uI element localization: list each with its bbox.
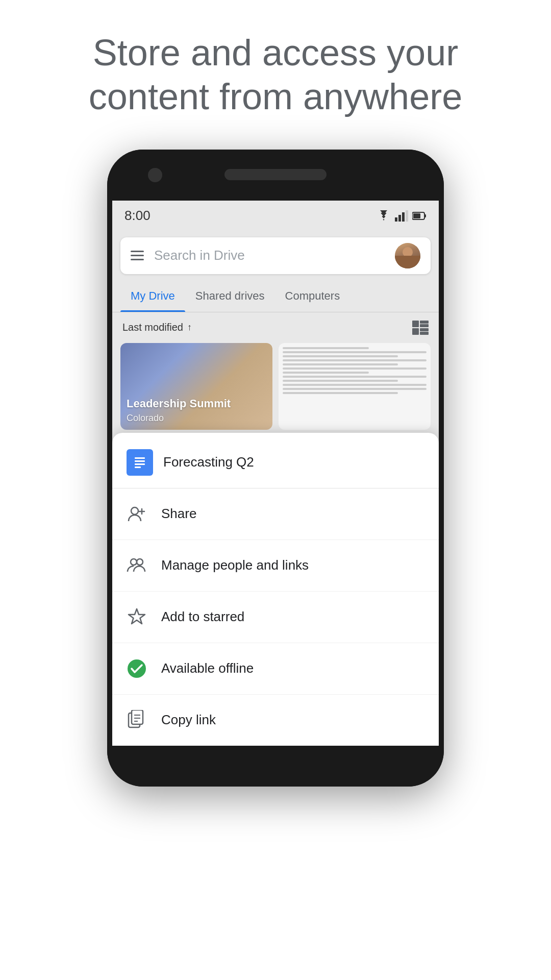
available-offline-label: Available offline: [161, 660, 254, 676]
svg-rect-17: [135, 467, 141, 468]
svg-rect-14: [135, 457, 145, 459]
doc-line: [283, 372, 369, 374]
svg-rect-6: [413, 213, 420, 218]
signal-icon: [395, 210, 408, 222]
share-label: Share: [161, 506, 196, 522]
doc-line: [283, 359, 427, 361]
doc-line: [283, 388, 427, 390]
doc-line: [283, 363, 398, 365]
sheet-item-add-starred[interactable]: Add to starred: [112, 592, 439, 643]
doc-line: [283, 384, 427, 386]
svg-rect-0: [395, 217, 397, 222]
status-time: 8:00: [124, 208, 151, 224]
battery-icon: [412, 211, 427, 220]
hamburger-icon[interactable]: [131, 251, 144, 260]
copy-link-icon: [127, 710, 147, 730]
phone-screen: 8:00: [112, 201, 439, 746]
wifi-icon: [377, 210, 391, 222]
sort-bar: Last modified ↑: [112, 312, 439, 343]
file-grid: Leadership Summit Colorado: [112, 343, 439, 438]
svg-rect-5: [424, 214, 426, 217]
phone-top-bar: [107, 150, 444, 201]
phone-frame: 8:00: [107, 150, 444, 787]
sheet-item-available-offline[interactable]: Available offline: [112, 643, 439, 695]
people-icon: [127, 555, 147, 576]
sheet-item-copy-link[interactable]: Copy link: [112, 695, 439, 746]
sheet-file-name: Forecasting Q2: [163, 454, 254, 470]
svg-point-23: [128, 659, 146, 678]
search-input-placeholder: Search in Drive: [154, 248, 385, 263]
svg-rect-9: [412, 328, 419, 335]
sort-label-text: Last modified: [122, 322, 183, 333]
doc-line: [283, 392, 398, 394]
svg-rect-15: [135, 460, 145, 462]
phone-speaker: [224, 169, 327, 180]
manage-people-label: Manage people and links: [161, 557, 309, 573]
phone-wrapper: 8:00: [0, 139, 551, 787]
svg-rect-7: [412, 321, 419, 327]
svg-rect-12: [420, 332, 429, 335]
doc-line: [283, 368, 427, 370]
view-toggle-icon[interactable]: [412, 321, 429, 335]
sheet-header: Forecasting Q2: [112, 433, 439, 488]
phone-camera: [148, 168, 162, 182]
svg-rect-25: [132, 710, 143, 724]
file-card-subtitle: Colorado: [127, 413, 231, 424]
svg-point-18: [131, 507, 138, 514]
check-circle-icon: [127, 658, 147, 679]
status-icons: [377, 210, 427, 222]
doc-line: [283, 347, 369, 349]
svg-rect-2: [402, 212, 405, 222]
doc-line: [283, 355, 398, 357]
sheet-item-manage-people[interactable]: Manage people and links: [112, 540, 439, 592]
star-icon: [127, 607, 147, 627]
svg-rect-8: [420, 321, 429, 324]
sheet-item-share[interactable]: Share: [112, 488, 439, 540]
file-card-title: Leadership Summit: [127, 397, 231, 410]
google-docs-icon: [133, 453, 147, 472]
svg-rect-11: [420, 324, 429, 327]
status-bar: 8:00: [112, 201, 439, 231]
search-bar[interactable]: Search in Drive: [120, 237, 431, 274]
add-starred-label: Add to starred: [161, 609, 244, 625]
doc-line: [283, 351, 427, 353]
svg-point-21: [131, 559, 137, 565]
tab-my-drive[interactable]: My Drive: [120, 280, 185, 312]
svg-rect-3: [406, 210, 408, 222]
sort-arrow-icon: ↑: [187, 322, 192, 333]
phone-bottom-bar: [107, 746, 444, 787]
tab-shared-drives[interactable]: Shared drives: [185, 280, 275, 312]
hero-text: Store and access your content from anywh…: [0, 0, 551, 139]
doc-preview: [279, 343, 431, 400]
svg-rect-13: [133, 453, 147, 472]
copy-link-label: Copy link: [161, 712, 216, 728]
svg-rect-10: [420, 328, 429, 331]
sort-label[interactable]: Last modified ↑: [122, 322, 192, 333]
svg-point-22: [137, 559, 143, 565]
svg-rect-1: [398, 215, 401, 222]
tabs-container: My Drive Shared drives Computers: [112, 280, 439, 312]
file-card-text: Leadership Summit Colorado: [127, 397, 231, 423]
doc-line: [283, 380, 398, 382]
svg-rect-16: [135, 463, 145, 465]
tab-computers[interactable]: Computers: [275, 280, 350, 312]
doc-line: [283, 376, 427, 378]
file-card-document[interactable]: [279, 343, 431, 430]
avatar[interactable]: [395, 243, 420, 268]
avatar-image: [395, 243, 420, 268]
file-card-presentation[interactable]: Leadership Summit Colorado: [120, 343, 272, 430]
person-add-icon: [127, 504, 147, 524]
doc-icon: [127, 449, 153, 476]
bottom-sheet: Forecasting Q2 Share: [112, 433, 439, 746]
